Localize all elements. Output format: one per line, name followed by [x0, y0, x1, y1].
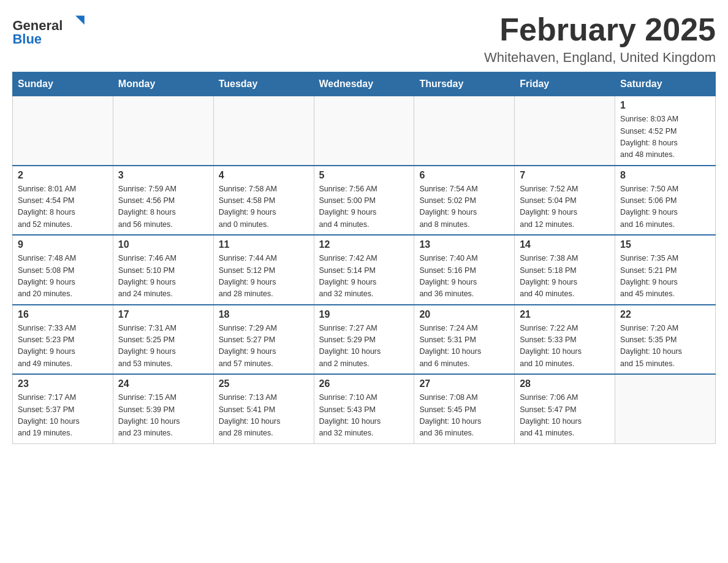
- day-info: Sunrise: 7:15 AM Sunset: 5:39 PM Dayligh…: [118, 392, 208, 440]
- day-number: 13: [419, 239, 509, 250]
- day-number: 22: [620, 309, 710, 320]
- day-info: Sunrise: 7:31 AM Sunset: 5:25 PM Dayligh…: [118, 323, 208, 370]
- day-number: 11: [219, 239, 309, 250]
- calendar-cell: 6Sunrise: 7:54 AM Sunset: 5:02 PM Daylig…: [414, 166, 515, 236]
- header-sunday: Sunday: [13, 72, 113, 96]
- day-headers-row: Sunday Monday Tuesday Wednesday Thursday…: [13, 72, 716, 96]
- logo: General Blue: [12, 12, 86, 46]
- day-number: 2: [18, 170, 108, 181]
- calendar-week-4: 16Sunrise: 7:33 AM Sunset: 5:23 PM Dayli…: [13, 305, 716, 375]
- calendar-cell: 26Sunrise: 7:10 AM Sunset: 5:43 PM Dayli…: [314, 374, 414, 443]
- day-info: Sunrise: 7:17 AM Sunset: 5:37 PM Dayligh…: [18, 392, 108, 440]
- calendar-cell: 23Sunrise: 7:17 AM Sunset: 5:37 PM Dayli…: [13, 374, 113, 443]
- day-info: Sunrise: 7:48 AM Sunset: 5:08 PM Dayligh…: [18, 253, 108, 301]
- calendar-week-2: 2Sunrise: 8:01 AM Sunset: 4:54 PM Daylig…: [13, 166, 716, 236]
- calendar-cell: 1Sunrise: 8:03 AM Sunset: 4:52 PM Daylig…: [615, 96, 716, 166]
- day-info: Sunrise: 7:29 AM Sunset: 5:27 PM Dayligh…: [219, 323, 309, 370]
- day-number: 14: [520, 239, 610, 250]
- calendar-cell: [113, 96, 213, 166]
- day-number: 1: [620, 100, 710, 111]
- day-number: 20: [419, 309, 509, 320]
- day-info: Sunrise: 7:42 AM Sunset: 5:14 PM Dayligh…: [319, 253, 409, 301]
- day-number: 28: [520, 378, 610, 389]
- day-info: Sunrise: 7:20 AM Sunset: 5:35 PM Dayligh…: [620, 323, 710, 370]
- title-block: February 2025 Whitehaven, England, Unite…: [484, 12, 716, 66]
- calendar-cell: 21Sunrise: 7:22 AM Sunset: 5:33 PM Dayli…: [515, 305, 615, 375]
- calendar-cell: [314, 96, 414, 166]
- day-number: 8: [620, 170, 710, 181]
- day-number: 6: [419, 170, 509, 181]
- header-thursday: Thursday: [414, 72, 515, 96]
- day-info: Sunrise: 7:27 AM Sunset: 5:29 PM Dayligh…: [319, 323, 409, 370]
- day-number: 4: [219, 170, 309, 181]
- day-info: Sunrise: 7:06 AM Sunset: 5:47 PM Dayligh…: [520, 392, 610, 440]
- day-number: 9: [18, 239, 108, 250]
- calendar-cell: 3Sunrise: 7:59 AM Sunset: 4:56 PM Daylig…: [113, 166, 213, 236]
- day-info: Sunrise: 7:08 AM Sunset: 5:45 PM Dayligh…: [419, 392, 509, 440]
- calendar-cell: 22Sunrise: 7:20 AM Sunset: 5:35 PM Dayli…: [615, 305, 716, 375]
- day-number: 16: [18, 309, 108, 320]
- header-friday: Friday: [515, 72, 615, 96]
- logo-svg: General Blue: [12, 12, 86, 46]
- day-info: Sunrise: 7:46 AM Sunset: 5:10 PM Dayligh…: [118, 253, 208, 301]
- calendar-cell: 27Sunrise: 7:08 AM Sunset: 5:45 PM Dayli…: [414, 374, 515, 443]
- day-info: Sunrise: 7:24 AM Sunset: 5:31 PM Dayligh…: [419, 323, 509, 370]
- day-info: Sunrise: 7:50 AM Sunset: 5:06 PM Dayligh…: [620, 183, 710, 231]
- calendar-cell: [213, 96, 314, 166]
- calendar-cell: [615, 374, 716, 443]
- calendar-cell: 28Sunrise: 7:06 AM Sunset: 5:47 PM Dayli…: [515, 374, 615, 443]
- day-info: Sunrise: 7:56 AM Sunset: 5:00 PM Dayligh…: [319, 183, 409, 231]
- day-info: Sunrise: 7:10 AM Sunset: 5:43 PM Dayligh…: [319, 392, 409, 440]
- day-number: 3: [118, 170, 208, 181]
- header-saturday: Saturday: [615, 72, 716, 96]
- calendar-table: Sunday Monday Tuesday Wednesday Thursday…: [12, 72, 716, 444]
- calendar-cell: 19Sunrise: 7:27 AM Sunset: 5:29 PM Dayli…: [314, 305, 414, 375]
- calendar-cell: 15Sunrise: 7:35 AM Sunset: 5:21 PM Dayli…: [615, 235, 716, 305]
- day-info: Sunrise: 7:44 AM Sunset: 5:12 PM Dayligh…: [219, 253, 309, 301]
- calendar-cell: 20Sunrise: 7:24 AM Sunset: 5:31 PM Dayli…: [414, 305, 515, 375]
- day-info: Sunrise: 7:52 AM Sunset: 5:04 PM Dayligh…: [520, 183, 610, 231]
- header-wednesday: Wednesday: [314, 72, 414, 96]
- day-number: 27: [419, 378, 509, 389]
- calendar-cell: 13Sunrise: 7:40 AM Sunset: 5:16 PM Dayli…: [414, 235, 515, 305]
- calendar-cell: 24Sunrise: 7:15 AM Sunset: 5:39 PM Dayli…: [113, 374, 213, 443]
- day-info: Sunrise: 8:03 AM Sunset: 4:52 PM Dayligh…: [620, 113, 710, 161]
- day-number: 12: [319, 239, 409, 250]
- day-info: Sunrise: 7:58 AM Sunset: 4:58 PM Dayligh…: [219, 183, 309, 231]
- svg-marker-1: [75, 16, 85, 25]
- day-info: Sunrise: 7:38 AM Sunset: 5:18 PM Dayligh…: [520, 253, 610, 301]
- day-info: Sunrise: 7:22 AM Sunset: 5:33 PM Dayligh…: [520, 323, 610, 370]
- day-number: 5: [319, 170, 409, 181]
- calendar-cell: 12Sunrise: 7:42 AM Sunset: 5:14 PM Dayli…: [314, 235, 414, 305]
- calendar-title: February 2025: [484, 12, 716, 47]
- calendar-week-5: 23Sunrise: 7:17 AM Sunset: 5:37 PM Dayli…: [13, 374, 716, 443]
- day-info: Sunrise: 7:35 AM Sunset: 5:21 PM Dayligh…: [620, 253, 710, 301]
- calendar-cell: 14Sunrise: 7:38 AM Sunset: 5:18 PM Dayli…: [515, 235, 615, 305]
- calendar-cell: 9Sunrise: 7:48 AM Sunset: 5:08 PM Daylig…: [13, 235, 113, 305]
- day-number: 26: [319, 378, 409, 389]
- calendar-week-3: 9Sunrise: 7:48 AM Sunset: 5:08 PM Daylig…: [13, 235, 716, 305]
- calendar-cell: 2Sunrise: 8:01 AM Sunset: 4:54 PM Daylig…: [13, 166, 113, 236]
- day-info: Sunrise: 7:13 AM Sunset: 5:41 PM Dayligh…: [219, 392, 309, 440]
- day-number: 24: [118, 378, 208, 389]
- day-number: 21: [520, 309, 610, 320]
- day-info: Sunrise: 7:40 AM Sunset: 5:16 PM Dayligh…: [419, 253, 509, 301]
- day-number: 10: [118, 239, 208, 250]
- day-number: 7: [520, 170, 610, 181]
- day-number: 15: [620, 239, 710, 250]
- calendar-cell: [414, 96, 515, 166]
- day-info: Sunrise: 7:54 AM Sunset: 5:02 PM Dayligh…: [419, 183, 509, 231]
- calendar-cell: 16Sunrise: 7:33 AM Sunset: 5:23 PM Dayli…: [13, 305, 113, 375]
- page-header: General Blue February 2025 Whitehaven, E…: [12, 12, 716, 66]
- header-monday: Monday: [113, 72, 213, 96]
- day-info: Sunrise: 7:33 AM Sunset: 5:23 PM Dayligh…: [18, 323, 108, 370]
- day-info: Sunrise: 7:59 AM Sunset: 4:56 PM Dayligh…: [118, 183, 208, 231]
- calendar-cell: 18Sunrise: 7:29 AM Sunset: 5:27 PM Dayli…: [213, 305, 314, 375]
- header-tuesday: Tuesday: [213, 72, 314, 96]
- calendar-cell: 11Sunrise: 7:44 AM Sunset: 5:12 PM Dayli…: [213, 235, 314, 305]
- calendar-cell: [13, 96, 113, 166]
- calendar-cell: 7Sunrise: 7:52 AM Sunset: 5:04 PM Daylig…: [515, 166, 615, 236]
- calendar-cell: 17Sunrise: 7:31 AM Sunset: 5:25 PM Dayli…: [113, 305, 213, 375]
- calendar-cell: 4Sunrise: 7:58 AM Sunset: 4:58 PM Daylig…: [213, 166, 314, 236]
- calendar-cell: [515, 96, 615, 166]
